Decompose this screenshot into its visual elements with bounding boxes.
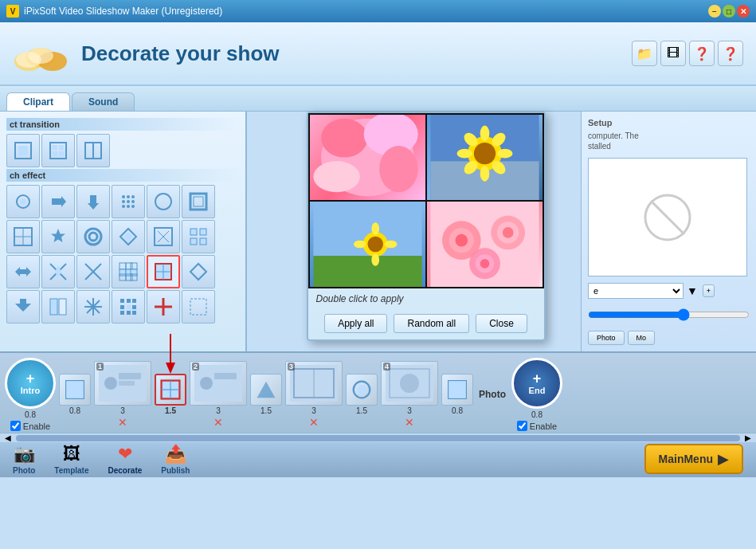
close-button[interactable]: Close bbox=[476, 314, 527, 333]
effect-slider[interactable] bbox=[588, 308, 750, 321]
effect-arrow-down[interactable] bbox=[76, 185, 110, 218]
effect-selected[interactable] bbox=[147, 255, 180, 288]
photo-btn[interactable]: Photo bbox=[588, 331, 625, 345]
svg-marker-45 bbox=[15, 267, 31, 276]
right-preview bbox=[588, 158, 747, 276]
dropdown-row: e ▼ + bbox=[588, 283, 750, 299]
svg-rect-53 bbox=[131, 263, 137, 269]
effect-snowflake[interactable] bbox=[112, 290, 145, 324]
effect-box-split[interactable] bbox=[6, 220, 40, 253]
nav-template[interactable]: 🖼 Template bbox=[54, 444, 88, 475]
minimize-button[interactable]: − bbox=[708, 5, 721, 18]
effect-empty[interactable] bbox=[182, 290, 215, 324]
effect-split[interactable] bbox=[41, 290, 75, 324]
effect-star[interactable] bbox=[41, 220, 75, 253]
effect-cell[interactable] bbox=[6, 134, 40, 167]
svg-point-111 bbox=[455, 234, 468, 247]
slide-thumb-4[interactable]: 4 bbox=[381, 361, 438, 406]
slide-delete-1[interactable]: ✕ bbox=[118, 416, 127, 429]
selection-arrow bbox=[163, 334, 178, 376]
plus-button[interactable]: + bbox=[703, 284, 715, 297]
effect-cell[interactable] bbox=[41, 134, 75, 167]
info-button[interactable]: ❓ bbox=[718, 41, 743, 66]
nav-decorate[interactable]: ❤ Decorate bbox=[108, 444, 143, 475]
main-area: ct transition ch effect bbox=[0, 112, 756, 351]
window-controls: − □ ✕ bbox=[708, 5, 750, 18]
help-button[interactable]: ❓ bbox=[689, 41, 715, 66]
effect-diamond2[interactable] bbox=[182, 255, 215, 288]
effect-arrow-right[interactable] bbox=[41, 185, 75, 218]
transition-thumb-4[interactable] bbox=[441, 374, 473, 406]
effect-diamond[interactable] bbox=[112, 220, 145, 253]
timeline-scrollbar[interactable]: ◀ ▶ bbox=[0, 433, 756, 442]
nav-publish[interactable]: 📤 Publish bbox=[161, 444, 190, 475]
scroll-track[interactable] bbox=[16, 435, 740, 441]
effect-circle-outline[interactable] bbox=[147, 185, 180, 218]
effect-circle[interactable] bbox=[6, 185, 40, 218]
effect-dots[interactable] bbox=[112, 185, 145, 218]
filmstrip-button[interactable]: 🎞 bbox=[660, 41, 686, 66]
setup-label: Setup bbox=[588, 118, 750, 127]
effects-grid bbox=[6, 185, 239, 324]
effect-redcross[interactable] bbox=[147, 290, 180, 324]
svg-rect-65 bbox=[50, 299, 57, 315]
tab-clipart[interactable]: Clipart bbox=[6, 92, 70, 111]
random-all-button[interactable]: Random all bbox=[394, 314, 469, 333]
effect-grid2[interactable] bbox=[112, 255, 145, 288]
effect-arrows-lr[interactable] bbox=[6, 255, 40, 288]
photo-label-section: Photo bbox=[476, 389, 508, 400]
maximize-button[interactable]: □ bbox=[723, 5, 735, 18]
open-folder-button[interactable]: 📁 bbox=[632, 41, 657, 66]
transition-selected[interactable] bbox=[155, 374, 186, 406]
close-button[interactable]: ✕ bbox=[737, 5, 750, 18]
svg-rect-28 bbox=[190, 194, 206, 210]
svg-rect-124 bbox=[119, 381, 135, 386]
svg-rect-41 bbox=[190, 229, 197, 235]
intro-enable-checkbox[interactable] bbox=[10, 421, 21, 431]
slide-delete-4[interactable]: ✕ bbox=[405, 416, 414, 429]
end-enable-label[interactable]: Enable bbox=[517, 421, 557, 431]
effect-squares[interactable] bbox=[182, 220, 215, 253]
end-value: 0.8 bbox=[531, 410, 543, 419]
effect-cross[interactable] bbox=[76, 255, 110, 288]
end-button[interactable]: + End bbox=[511, 358, 562, 409]
end-enable-checkbox[interactable] bbox=[517, 421, 527, 431]
svg-point-21 bbox=[122, 200, 125, 203]
slide-delete-3[interactable]: ✕ bbox=[309, 416, 319, 429]
svg-point-114 bbox=[502, 227, 513, 238]
slide-thumb-1[interactable]: 1 bbox=[94, 361, 151, 406]
svg-rect-74 bbox=[120, 305, 124, 309]
svg-point-4 bbox=[28, 48, 53, 64]
effect-starburst[interactable] bbox=[76, 290, 110, 324]
slide-thumb-2[interactable]: 2 bbox=[190, 361, 247, 406]
scroll-right-arrow[interactable]: ▶ bbox=[743, 433, 753, 442]
nav-decorate-label: Decorate bbox=[108, 466, 143, 475]
transition-thumb-2[interactable] bbox=[250, 374, 282, 406]
slide-delete-2[interactable]: ✕ bbox=[213, 416, 223, 429]
scroll-left-arrow[interactable]: ◀ bbox=[3, 433, 13, 442]
effect-arrows-x[interactable] bbox=[41, 255, 75, 288]
effect-dropdown[interactable]: e bbox=[588, 283, 684, 299]
preview-img-sky bbox=[310, 202, 425, 287]
move-btn[interactable]: Mo bbox=[628, 331, 656, 345]
intro-button[interactable]: + Intro bbox=[5, 358, 56, 409]
transition-thumb[interactable] bbox=[59, 374, 91, 406]
slide-thumb-3[interactable]: 3 bbox=[285, 361, 343, 406]
apply-all-button[interactable]: Apply all bbox=[324, 314, 387, 333]
slide-value-3: 3 bbox=[311, 406, 316, 415]
tab-sound[interactable]: Sound bbox=[72, 92, 135, 111]
effect-ring[interactable] bbox=[76, 220, 110, 253]
main-menu-button[interactable]: MainMenu ▶ bbox=[644, 444, 743, 474]
svg-rect-120 bbox=[66, 381, 84, 399]
transition-thumb-3[interactable] bbox=[346, 374, 378, 406]
nav-template-label: Template bbox=[54, 466, 88, 475]
nav-photo[interactable]: 📷 Photo bbox=[13, 444, 35, 475]
intro-enable-label[interactable]: Enable bbox=[10, 421, 50, 431]
setup-text: computer. Thestalled bbox=[588, 131, 750, 151]
effect-arrows2[interactable] bbox=[6, 290, 40, 324]
effect-frame[interactable] bbox=[182, 185, 215, 218]
effect-frame2[interactable] bbox=[147, 220, 180, 253]
svg-rect-43 bbox=[190, 238, 197, 245]
effect-cell[interactable] bbox=[76, 134, 110, 167]
left-panel: ct transition ch effect bbox=[0, 112, 247, 351]
